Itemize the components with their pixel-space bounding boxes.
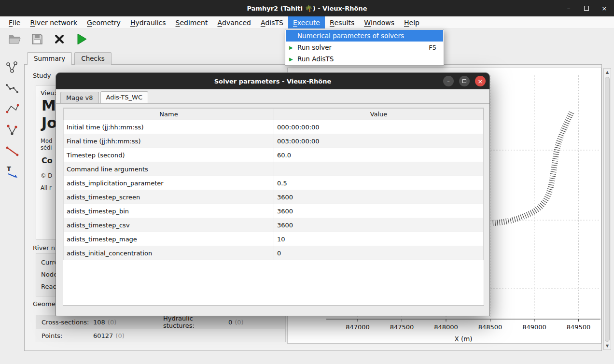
left-icon-bar: T: [4, 60, 20, 179]
scrollbar-thumb[interactable]: [605, 77, 610, 342]
stat-cross-sections: Cross-sections: 108 (0): [42, 315, 116, 329]
stat-hydraulic-structures: Hydraulic stuctures: 0 (0): [163, 315, 244, 329]
window-titlebar: Pamhyr2 (Tahiti 🌴) - Vieux-Rhône – ×: [0, 0, 614, 16]
menu-item-run-solver[interactable]: ▶Run solverF5: [286, 42, 443, 53]
menubar-item-advanced[interactable]: Advanced: [212, 16, 255, 28]
param-name-cell[interactable]: Command line arguments: [64, 162, 274, 176]
stat-points: Points: 60127 (0): [42, 329, 125, 342]
param-name-cell[interactable]: adists_implicitation_parameter: [64, 176, 274, 190]
menu-item-numerical-parameters-of-solvers[interactable]: Numerical parameters of solvers: [286, 30, 443, 42]
dialog-tab-adis-ts-wc[interactable]: Adis-TS_WC: [100, 91, 148, 103]
param-value-cell[interactable]: 0: [274, 246, 484, 260]
param-value-cell[interactable]: 3600: [274, 190, 484, 204]
geometry-stats-panel: Cross-sections: 108 (0) Hydraulic stuctu…: [36, 315, 286, 342]
window-close-button[interactable]: ×: [600, 5, 608, 12]
stats-row: Cross-sections: 108 (0) Hydraulic stuctu…: [36, 315, 285, 329]
menubar-item-execute[interactable]: Execute: [288, 16, 325, 28]
param-name-cell[interactable]: Final time (jj:hh:mm:ss): [64, 134, 274, 148]
sidebar-button-nodes[interactable]: [4, 101, 20, 117]
sidebar-button-river-network[interactable]: [4, 60, 20, 75]
menu-item-label: Run AdisTS: [297, 55, 436, 63]
menubar-item-adists[interactable]: AdisTS: [256, 16, 288, 28]
param-name-cell[interactable]: adists_timestep_mage: [64, 232, 274, 246]
param-name-cell[interactable]: adists_initial_concentration: [64, 246, 274, 260]
menubar-item-river-network[interactable]: River network: [25, 16, 82, 28]
main-tabbar: SummaryChecks: [27, 52, 114, 65]
param-value-cell[interactable]: 10: [274, 232, 484, 246]
table-row[interactable]: Final time (jj:hh:mm:ss)003:00:00:00: [64, 134, 484, 148]
save-study-button[interactable]: [29, 30, 45, 48]
solver-parameters-dialog: Solver parameters - Vieux-Rhône – × Mage…: [56, 72, 490, 316]
column-header-name[interactable]: Name: [64, 109, 274, 120]
param-name-cell[interactable]: adists_timestep_screen: [64, 190, 274, 204]
menu-item-label: Numerical parameters of solvers: [297, 32, 436, 40]
close-study-button[interactable]: [51, 30, 68, 48]
tab-checks[interactable]: Checks: [74, 52, 112, 65]
stat-value: 108: [93, 319, 105, 326]
menubar-item-windows[interactable]: Windows: [359, 16, 399, 28]
scroll-up-icon[interactable]: ▲: [604, 70, 611, 74]
param-name-cell[interactable]: adists_timestep_bin: [64, 204, 274, 218]
stat-value: 0: [228, 319, 232, 326]
table-row[interactable]: adists_timestep_csv3600: [64, 218, 484, 232]
vertical-scrollbar[interactable]: ▲ ▼: [603, 68, 611, 350]
dialog-tab-mage-v8[interactable]: Mage v8: [60, 92, 99, 103]
river-network-group-label: River n: [33, 244, 55, 252]
param-value-cell[interactable]: 003:00:00:00: [274, 134, 484, 148]
param-name-cell[interactable]: Initial time (jj:hh:mm:ss): [64, 120, 274, 134]
param-name-cell[interactable]: adists_timestep_csv: [64, 218, 274, 232]
menubar-item-geometry[interactable]: Geometry: [82, 16, 126, 28]
toolbar: [7, 30, 90, 48]
summary-desc-line2: sédi: [41, 144, 52, 151]
window-maximize-button[interactable]: [583, 5, 590, 12]
param-table-body: Initial time (jj:hh:mm:ss)000:00:00:00Fi…: [64, 120, 484, 260]
table-row[interactable]: adists_timestep_screen3600: [64, 190, 484, 204]
table-row[interactable]: adists_timestep_mage10: [64, 232, 484, 246]
sidebar-button-cross-section[interactable]: [4, 81, 20, 96]
table-row[interactable]: Command line arguments: [64, 162, 484, 176]
dialog-title: Solver parameters - Vieux-Rhône: [56, 73, 489, 89]
column-header-value[interactable]: Value: [274, 109, 484, 120]
param-value-cell[interactable]: 3600: [274, 204, 484, 218]
param-value-cell[interactable]: 0.5: [274, 176, 484, 190]
table-row[interactable]: Initial time (jj:hh:mm:ss)000:00:00:00: [64, 120, 484, 134]
table-row[interactable]: Timestep (second)60.0: [64, 148, 484, 162]
param-name-cell[interactable]: Timestep (second): [64, 148, 274, 162]
menubar-item-sediment[interactable]: Sediment: [171, 16, 213, 28]
menubar-item-results[interactable]: Results: [325, 16, 359, 28]
sidebar-button-reaches[interactable]: [4, 122, 20, 138]
menubar-item-help[interactable]: Help: [399, 16, 424, 28]
dialog-close-button[interactable]: ×: [475, 76, 486, 86]
close-x-icon: [54, 33, 65, 45]
menu-item-shortcut: F5: [429, 44, 436, 51]
stat-value: 60127: [93, 332, 113, 339]
param-value-cell[interactable]: [274, 162, 484, 176]
tab-summary[interactable]: Summary: [27, 52, 72, 65]
table-row[interactable]: adists_timestep_bin3600: [64, 204, 484, 218]
sidebar-button-slope[interactable]: [4, 143, 20, 158]
dialog-minimize-button[interactable]: –: [443, 76, 454, 86]
table-row[interactable]: adists_implicitation_parameter0.5: [64, 176, 484, 190]
execute-menu: Numerical parameters of solvers▶Run solv…: [285, 29, 444, 66]
run-solver-button[interactable]: [73, 30, 90, 48]
dialog-maximize-button[interactable]: [459, 76, 470, 86]
scroll-down-icon[interactable]: ▼: [604, 344, 611, 348]
open-study-button[interactable]: [7, 30, 23, 48]
param-value-cell[interactable]: 000:00:00:00: [274, 120, 484, 134]
sidebar-button-translate[interactable]: T: [4, 164, 20, 179]
run-play-icon: [76, 33, 87, 45]
window-minimize-button[interactable]: –: [565, 5, 572, 12]
param-value-cell[interactable]: 60.0: [274, 148, 484, 162]
network-row: Reac: [41, 283, 56, 290]
menubar-item-hydraulics[interactable]: Hydraulics: [126, 16, 171, 28]
menu-item-label: Run solver: [297, 43, 429, 51]
slope-line-icon: [5, 144, 19, 157]
river-network-icon: [5, 61, 19, 74]
geometry-group-label: Geome: [33, 300, 56, 308]
reach-graph-icon: [5, 123, 19, 137]
table-row[interactable]: adists_initial_concentration0: [64, 246, 484, 260]
param-value-cell[interactable]: 3600: [274, 218, 484, 232]
menu-item-run-adists[interactable]: ▶Run AdisTS: [286, 53, 443, 65]
window-title: Pamhyr2 (Tahiti 🌴) - Vieux-Rhône: [0, 0, 614, 16]
menubar-item-file[interactable]: File: [4, 16, 25, 28]
